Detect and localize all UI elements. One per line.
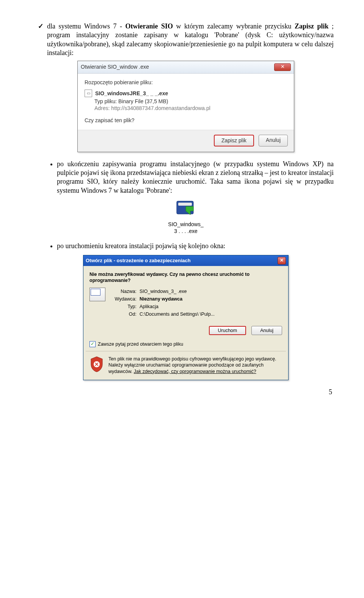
file-row: ▭ SIO_windowsJRE_3_ _ _.exe	[85, 90, 287, 97]
run-button[interactable]: Uruchom	[209, 326, 246, 335]
type-row: Typ pliku: Binary File (37,5 MB)	[94, 98, 287, 105]
intro-paragraph: dla systemu Windows 7 - Otwieranie SIO w…	[38, 22, 334, 58]
from-row: Od: C:\Documents and Settings\ \Pulp...	[110, 310, 282, 318]
type-label: Typ pliku:	[94, 98, 117, 104]
type-value: Binary File (37,5 MB)	[118, 98, 168, 104]
bulleted-list: po ukończeniu zapisywania programu insta…	[38, 160, 334, 195]
name-row: Nazwa: SIO_windows_3_ .exe	[110, 288, 282, 295]
svg-rect-1	[178, 203, 192, 206]
icon-label-line2: 3 . . . .exe	[152, 228, 220, 234]
warning-text-block: Ten plik nie ma prawidłowego podpisu cyf…	[108, 356, 282, 375]
name-value: SIO_windows_3_ .exe	[140, 288, 187, 294]
exe-file-icon: ▭	[85, 90, 92, 97]
icon-label-line1: SIO_windows_	[152, 221, 220, 228]
win7-download-dialog: Otwieranie SIO_window .exe ✕ Rozpoczęto …	[77, 61, 294, 152]
save-file-button[interactable]: Zapisz plik	[214, 135, 254, 146]
installer-icon	[175, 200, 196, 218]
filename-text: SIO_windowsJRE_3_ _ _.exe	[95, 90, 168, 97]
xp-titlebar: Otwórz plik - ostrzeżenie o zabezpieczen…	[83, 255, 288, 266]
cancel-button[interactable]: Anuluj	[259, 135, 288, 146]
text-bold: Zapisz plik	[295, 22, 329, 30]
name-label: Nazwa:	[110, 288, 136, 294]
started-download-label: Rozpoczęto pobieranie pliku:	[85, 79, 287, 86]
type-label: Typ:	[110, 304, 136, 310]
app-icon	[89, 288, 105, 301]
win7-titlebar: Otwieranie SIO_window .exe ✕	[78, 61, 294, 74]
desktop-shortcut-icon: SIO_windows_ 3 . . . .exe	[152, 200, 220, 235]
bullet-item: po ukończeniu zapisywania programu insta…	[57, 160, 334, 195]
xp-warning-row: ✕ Ten plik nie ma prawidłowego podpisu c…	[83, 351, 288, 380]
bullet-item: po uruchomieniu kreatora instalacji poja…	[57, 242, 334, 250]
address-label: Adres:	[94, 105, 110, 111]
from-label: Od:	[110, 311, 136, 317]
svg-text:✕: ✕	[94, 361, 99, 367]
text-fragment: dla systemu Windows 7 -	[47, 22, 125, 30]
xp-security-warning-dialog: Otwórz plik - ostrzeżenie o zabezpieczen…	[83, 255, 289, 380]
help-link[interactable]: Jak zdecydować, czy oprogramowanie można…	[134, 369, 256, 374]
xp-file-info: Nazwa: SIO_windows_3_ .exe Wydawca: Niez…	[89, 288, 282, 318]
bulleted-list-2: po uruchomieniu kreatora instalacji poja…	[38, 242, 334, 250]
document-page: dla systemu Windows 7 - Otwieranie SIO w…	[0, 0, 364, 412]
text-fragment: w którym zalecamy wybranie przycisku	[176, 22, 294, 30]
always-ask-checkbox[interactable]: ✓	[89, 341, 96, 347]
address-value: http://s340887347.domenastandardowa.pl	[111, 105, 210, 111]
publisher-row: Wydawca: Nieznany wydawca	[110, 295, 282, 303]
win7-title-text: Otwieranie SIO_window .exe	[81, 63, 149, 70]
save-question: Czy zapisać ten plik?	[85, 117, 287, 124]
always-ask-row: ✓ Zawsze pytaj przed otwarciem tego plik…	[83, 339, 288, 351]
shield-warning-icon: ✕	[89, 356, 104, 373]
text-bold: Otwieranie SIO	[125, 22, 173, 30]
close-icon[interactable]: ✕	[274, 63, 291, 71]
file-details: Typ pliku: Binary File (37,5 MB) Adres: …	[85, 98, 287, 112]
from-value: C:\Documents and Settings\ \Pulp...	[140, 311, 215, 317]
win7-button-row: Zapisz plik Anuluj	[78, 130, 294, 151]
close-icon[interactable]: ✕	[278, 257, 286, 264]
xp-button-row: Uruchom Anuluj	[83, 322, 288, 339]
cancel-button[interactable]: Anuluj	[251, 326, 282, 335]
page-number: 5	[38, 388, 334, 397]
xp-fields: Nazwa: SIO_windows_3_ .exe Wydawca: Niez…	[110, 288, 282, 318]
xp-question: Nie można zweryfikować wydawcy. Czy na p…	[89, 271, 282, 284]
win7-body: Rozpoczęto pobieranie pliku: ▭ SIO_windo…	[78, 74, 294, 130]
publisher-value: Nieznany wydawca	[140, 296, 182, 302]
address-row: Adres: http://s340887347.domenastandardo…	[94, 105, 287, 112]
type-row: Typ: Aplikacja	[110, 303, 282, 310]
always-ask-label: Zawsze pytaj przed otwarciem tego pliku	[98, 341, 183, 347]
xp-body: Nie można zweryfikować wydawcy. Czy na p…	[83, 266, 288, 322]
type-value: Aplikacja	[140, 304, 158, 310]
xp-title-text: Otwórz plik - ostrzeżenie o zabezpieczen…	[86, 258, 191, 264]
publisher-label: Wydawca:	[110, 296, 136, 302]
